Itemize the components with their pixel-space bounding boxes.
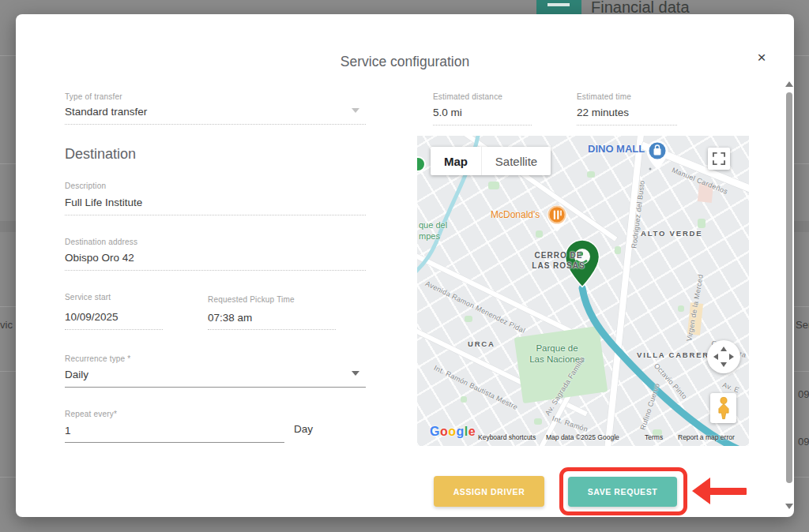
annotation-arrow-shaft (709, 488, 747, 495)
annotation-arrow-icon (692, 478, 710, 504)
background-text-fragment: 09 (798, 388, 809, 400)
fullscreen-button[interactable] (708, 148, 730, 170)
description-label: Description (65, 182, 106, 190)
keyboard-shortcuts-link[interactable]: Keyboard shortcuts (478, 433, 536, 441)
chevron-down-icon (352, 371, 359, 376)
pickup-time-field[interactable]: 07:38 am (208, 312, 252, 324)
annotation-highlight-box (559, 467, 687, 515)
field-underline (577, 125, 677, 126)
field-underline (208, 329, 336, 330)
field-underline (65, 270, 366, 271)
estimated-time-label: Estimated time (577, 92, 631, 101)
repeat-every-field[interactable]: 1 (65, 425, 71, 436)
park-label-edge: que del mpes (419, 219, 447, 242)
street-view-pegman-button[interactable] (710, 393, 736, 423)
repeat-unit-label: Day (294, 423, 313, 435)
destination-address-field[interactable]: Obispo Oro 42 (65, 252, 134, 264)
estimated-time-value: 22 minutes (577, 107, 629, 118)
destination-heading: Destination (65, 146, 136, 163)
repeat-every-label: Repeat every* (65, 410, 117, 418)
service-start-field[interactable]: 10/09/2025 (65, 311, 119, 323)
description-field[interactable]: Full Life Institute (65, 197, 142, 208)
area-label-cerro-de-las-rosas: CERRO DE LAS ROSAS (529, 250, 588, 271)
pickup-time-label: Requested Pickup Time (208, 295, 295, 304)
field-underline (65, 215, 366, 215)
edge-marker-icon (417, 157, 425, 171)
poi-label-mcdonalds[interactable]: McDonald's (491, 209, 540, 220)
pan-down-icon (721, 362, 727, 367)
pan-left-icon (713, 354, 718, 360)
field-underline (65, 442, 284, 443)
scrollbar-up-icon[interactable] (785, 81, 793, 87)
background-text-fragment: 09 (798, 436, 809, 448)
scrollbar-down-icon[interactable] (785, 504, 793, 509)
field-underline (65, 387, 366, 388)
report-map-error-link[interactable]: Report a map error (678, 433, 735, 441)
chevron-down-icon (352, 108, 359, 113)
map-type-control: Map Satellite (431, 147, 551, 175)
pan-right-icon (729, 354, 734, 360)
google-map[interactable]: DINO MALL McDonald's ALTO VERDE CERRO DE… (417, 136, 749, 446)
background-text-fragment: vic (0, 319, 13, 331)
map-type-map-button[interactable]: Map (431, 147, 481, 175)
area-label-alto-verde: ALTO VERDE (641, 229, 702, 238)
destination-address-label: Destination address (65, 238, 137, 246)
pan-control[interactable] (707, 340, 740, 373)
recurrence-type-label: Recurrence type * (65, 354, 130, 363)
terms-link[interactable]: Terms (645, 433, 663, 441)
map-type-satellite-button[interactable]: Satellite (481, 147, 551, 175)
service-start-label: Service start (65, 293, 111, 302)
area-label-urca: URCA (468, 339, 495, 348)
background-text-fragment: Ser (796, 319, 809, 331)
pegman-icon (715, 396, 732, 420)
scrollbar-thumb[interactable] (786, 92, 792, 483)
fork-knife-icon (549, 207, 566, 223)
service-configuration-dialog: Service configuration × Type of transfer… (16, 14, 794, 517)
area-label-villa-cabrera: VILLA CABRER (637, 350, 709, 359)
fullscreen-icon (710, 150, 728, 167)
assign-driver-button[interactable]: ASSIGN DRIVER (434, 476, 544, 507)
field-underline (433, 125, 532, 126)
poi-label-dino-mall[interactable]: DINO MALL (588, 143, 645, 155)
recurrence-type-select[interactable]: Daily (65, 369, 88, 380)
map-data-attribution: Map data ©2025 Google (546, 433, 619, 441)
dialog-title: Service configuration (16, 54, 794, 70)
field-underline (65, 329, 163, 330)
estimated-distance-value: 5.0 mi (433, 107, 462, 118)
field-underline (65, 124, 366, 125)
type-of-transfer-select[interactable]: Standard transfer (65, 106, 147, 118)
pan-up-icon (721, 347, 727, 351)
google-logo[interactable]: Google (430, 425, 476, 439)
type-of-transfer-label: Type of transfer (65, 92, 122, 101)
estimated-distance-label: Estimated distance (433, 92, 502, 101)
close-icon[interactable]: × (753, 49, 770, 66)
